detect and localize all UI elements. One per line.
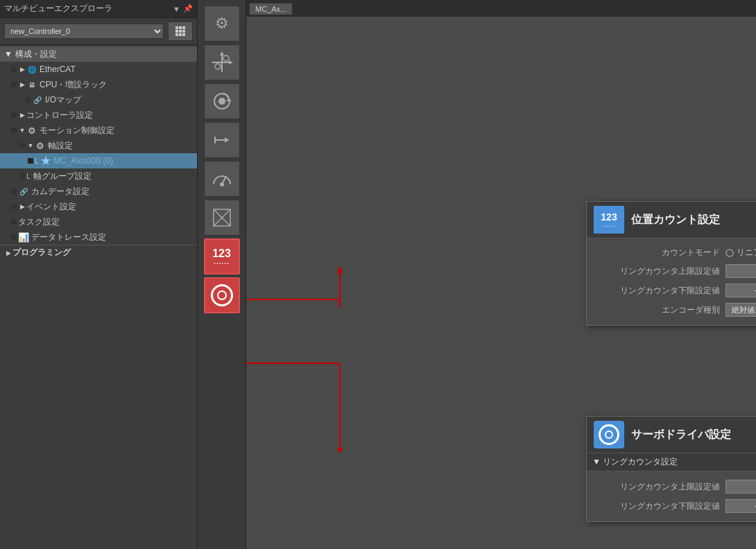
arrow-icon [209, 128, 234, 152]
icon-cam: 🔗 [18, 186, 29, 197]
label-axis: 軸設定 [48, 140, 73, 152]
label-iomap: I/Oマップ [45, 94, 81, 106]
servo-ring-lower-input[interactable] [725, 499, 756, 513]
section-config[interactable]: ▼ 構成・設定 [0, 46, 197, 62]
tree-item-axis-group[interactable]: L 軸グループ設定 [0, 168, 197, 184]
toolbar-btn-gear[interactable]: ⚙ [204, 6, 240, 42]
toolbar: ⚙ [198, 0, 246, 549]
tree-item-event[interactable]: ▶ イベント設定 [0, 199, 197, 214]
label-event: イベント設定 [26, 201, 76, 213]
svg-marker-2 [220, 51, 224, 55]
icon-motion: ⚙ [26, 125, 37, 136]
arrow-event: ▶ [18, 202, 26, 211]
label-cpu: CPU・増設ラック [40, 79, 107, 91]
toolbar-btn-servo[interactable] [204, 277, 240, 313]
tree-item-controller[interactable]: ▶ コントローラ設定 [0, 107, 197, 123]
tree-item-mc-axis[interactable]: L ★ MC_Axis000 (0) [0, 153, 197, 168]
tree-item-axis-settings[interactable]: ▼ ⚙ 軸設定 [0, 138, 197, 153]
icon-123-dots-label: ...... [602, 222, 615, 228]
icon-123-dots: •••••• [214, 260, 230, 266]
svg-point-5 [223, 55, 229, 61]
svg-point-13 [220, 182, 224, 186]
count-mode-row: カウントモード リニアモード ロータリーモード [595, 244, 756, 261]
pin-icon[interactable]: ▼ [173, 5, 180, 13]
tree-item-task[interactable]: タスク設定 [0, 214, 197, 229]
cross-icon [209, 205, 234, 230]
sidebar-title-bar: マルチビューエクスプローラ ▼ 📌 [0, 0, 197, 18]
linear-mode-label: リニアモード [737, 247, 756, 259]
position-panel-body: カウントモード リニアモード ロータリーモード リングカウンタ上限設定値 pul… [587, 238, 756, 325]
servo-panel-inner-icon [605, 430, 613, 439]
sidebar-title-icons: ▼ 📌 [173, 4, 193, 13]
tree-area: ▼ 構成・設定 ▶ 🌐 EtherCAT ▶ 🖥 CPU・増設ラック 🔗 I/O… [0, 45, 197, 549]
ring-upper-input[interactable] [725, 264, 756, 278]
label-cam: カムデータ設定 [31, 186, 89, 198]
position-panel-icon: 123 ...... [594, 206, 624, 234]
servo-panel-header: サーボドライバ設定 [587, 417, 756, 453]
mc-axis-L: L [35, 157, 39, 165]
grid-view-button[interactable] [168, 21, 193, 41]
servo-ring-upper-label: リングカウンタ上限設定値 [595, 481, 720, 493]
toolbar-btn-speed[interactable] [204, 161, 240, 197]
ring-upper-label: リングカウンタ上限設定値 [595, 265, 720, 277]
sidebar-title: マルチビューエクスプローラ [4, 3, 112, 15]
ring-lower-label: リングカウンタ下限設定値 [595, 285, 720, 297]
label-mc-axis: MC_Axis000 (0) [53, 156, 113, 166]
toolbar-btn-axes[interactable] [204, 44, 240, 80]
check-controller [11, 112, 17, 118]
servo-ring-lower-label: リングカウンタ下限設定値 [595, 500, 720, 512]
linear-mode-radio[interactable]: リニアモード [725, 247, 756, 259]
rotate-icon [209, 89, 234, 114]
encoder-type-select[interactable]: 絶対値エンコーダ(ABS) [725, 303, 756, 317]
check-cpu [11, 82, 17, 87]
svg-point-7 [218, 98, 225, 105]
tree-item-cpu[interactable]: ▶ 🖥 CPU・増設ラック [0, 77, 197, 92]
label-controller: コントローラ設定 [26, 110, 93, 121]
toolbar-btn-cross[interactable] [204, 200, 240, 236]
section-programming[interactable]: ▶ プログラミング [0, 245, 197, 260]
count-mode-label: カウントモード [595, 247, 720, 259]
servo-panel-circle-icon [599, 424, 619, 445]
ring-upper-row: リングカウンタ上限設定値 pulse [595, 261, 756, 281]
toolbar-btn-123[interactable]: 123 •••••• [204, 238, 240, 274]
toolbar-btn-rotate[interactable] [204, 83, 240, 119]
controller-dropdown[interactable]: new_Controller_0 [4, 24, 164, 39]
tree-item-cam[interactable]: 🔗 カムデータ設定 [0, 184, 197, 199]
ring-lower-input[interactable] [725, 284, 756, 297]
servo-icon [211, 284, 233, 306]
axes-icon [209, 50, 234, 75]
icon-ethercat: 🌐 [26, 64, 37, 75]
linear-radio-circle [725, 249, 734, 257]
tree-item-motion[interactable]: ▼ ⚙ モーション制御設定 [0, 123, 197, 138]
check-axis-group [19, 173, 25, 179]
tree-item-iomap[interactable]: 🔗 I/Oマップ [0, 92, 197, 107]
tree-item-ethercat[interactable]: ▶ 🌐 EtherCAT [0, 62, 197, 77]
svg-point-4 [215, 64, 221, 69]
main-content: MC_Ax... 123 ...... 位置カウント設定 カウントモード [246, 0, 756, 549]
servo-subsection: ▼ リングカウンタ設定 [587, 453, 756, 471]
arrow-cpu: ▶ [18, 80, 26, 89]
servo-panel-body: リングカウンタ上限設定値 pulse リングカウンタ下限設定値 pulse [587, 471, 756, 521]
tab-mc-ax[interactable]: MC_Ax... [249, 3, 293, 15]
icon-axis: ⚙ [35, 140, 46, 151]
encoder-type-row: エンコーダ種別 絶対値エンコーダ(ABS) [595, 300, 756, 320]
mc-axis-star: ★ [40, 153, 51, 168]
icon-iomap: 🔗 [32, 94, 43, 105]
servo-subsection-label: ▼ リングカウンタ設定 [592, 456, 678, 468]
push-pin-icon[interactable]: 📌 [183, 4, 193, 13]
check-iomap [25, 97, 31, 103]
label-task: タスク設定 [18, 216, 60, 228]
tree-item-datatrace[interactable]: 📊 データトレース設定 [0, 229, 197, 245]
toolbar-btn-arrow[interactable] [204, 122, 240, 158]
arrow-motion: ▼ [18, 126, 26, 134]
arrow-programming: ▶ [4, 249, 12, 257]
svg-marker-10 [225, 137, 229, 143]
label-ethercat: EtherCAT [40, 64, 76, 74]
check-ethercat [11, 67, 17, 72]
sidebar-dropdown-bar: new_Controller_0 [0, 18, 197, 45]
ring-lower-row: リングカウンタ下限設定値 pulse [595, 281, 756, 300]
svg-marker-8 [226, 98, 232, 101]
icon-cpu: 🖥 [26, 79, 37, 90]
position-panel-header: 123 ...... 位置カウント設定 [587, 202, 756, 238]
servo-ring-upper-input[interactable] [725, 480, 756, 494]
